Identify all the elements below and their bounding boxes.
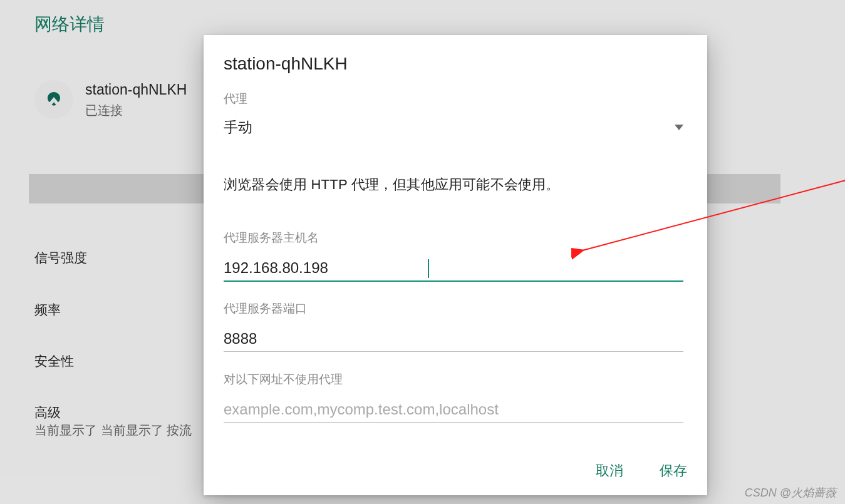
text-caret [428, 259, 429, 278]
watermark: CSDN @火焰蔷薇 [745, 485, 836, 500]
proxy-info-text: 浏览器会使用 HTTP 代理，但其他应用可能不会使用。 [224, 175, 560, 194]
network-proxy-dialog: station-qhNLKH 代理 手动 浏览器会使用 HTTP 代理，但其他应… [204, 35, 707, 495]
bypass-label: 对以下网址不使用代理 [224, 371, 343, 388]
proxy-value: 手动 [224, 118, 252, 137]
host-field-wrap [224, 255, 683, 282]
proxy-select[interactable]: 手动 [224, 118, 683, 137]
save-button[interactable]: 保存 [657, 458, 690, 484]
host-input[interactable] [224, 255, 683, 282]
port-field-wrap [224, 326, 683, 352]
cancel-button[interactable]: 取消 [593, 458, 626, 484]
port-input[interactable] [224, 326, 683, 352]
host-label: 代理服务器主机名 [224, 230, 319, 246]
dialog-title: station-qhNLKH [224, 54, 348, 74]
dropdown-icon [675, 125, 683, 130]
port-label: 代理服务器端口 [224, 301, 307, 317]
bypass-input[interactable] [224, 397, 683, 423]
proxy-label: 代理 [224, 91, 247, 107]
bypass-field-wrap [224, 397, 683, 423]
dialog-actions: 取消 保存 [593, 458, 690, 484]
